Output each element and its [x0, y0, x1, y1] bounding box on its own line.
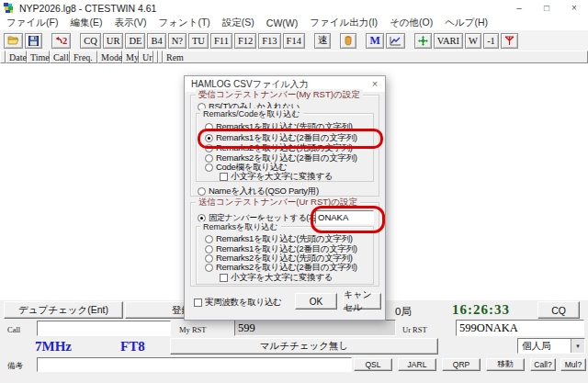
rotator-button[interactable] — [414, 33, 432, 49]
toolbar: 2 CQ UR DE B4 N? TU F11 F12 F13 F14 速 M … — [0, 30, 588, 51]
menu-view[interactable]: 表示(V) — [114, 17, 146, 29]
col-freq[interactable]: Freq. — [70, 51, 97, 63]
call-check-button[interactable]: Call? — [530, 358, 556, 371]
checkbox-rx-uppercase[interactable]: 小文字を大文字に変換する — [220, 171, 333, 183]
macro-f11-button[interactable]: F11 — [210, 33, 232, 49]
macro-ur-button[interactable]: UR — [103, 33, 124, 49]
remarks-input[interactable] — [37, 357, 352, 372]
ur-rst-label: Ur RST — [402, 325, 427, 334]
ok-button[interactable]: OK — [295, 293, 337, 310]
fixed-number-input[interactable] — [315, 210, 374, 224]
macro-f12-button[interactable]: F12 — [234, 33, 256, 49]
radio-icon — [198, 187, 206, 196]
col-my[interactable]: My — [122, 51, 139, 63]
radio-icon — [205, 264, 213, 272]
dialog-close-icon[interactable]: × — [368, 77, 381, 90]
ur-rst-input[interactable] — [456, 320, 584, 336]
rx-remarks-legend: Remarks/Codeを取り込む — [200, 108, 303, 120]
call-input[interactable] — [37, 321, 171, 336]
cq-button[interactable]: CQ — [537, 301, 580, 319]
portable-button[interactable]: 移動 — [486, 358, 525, 371]
checkbox-icon — [194, 299, 202, 307]
col-call[interactable]: Call — [50, 51, 70, 63]
vari-button[interactable]: VARI — [434, 33, 463, 49]
hand-icon — [344, 36, 353, 46]
my-rst-input[interactable] — [234, 320, 396, 336]
chevron-down-icon[interactable]: ▼ — [571, 339, 584, 353]
open-file-button[interactable] — [4, 33, 23, 49]
checkbox-actual-frequency[interactable]: 実周波数を取り込む — [194, 297, 281, 309]
band-label[interactable]: 7MHz — [35, 339, 72, 355]
macro-f14-button[interactable]: F14 — [283, 33, 305, 49]
line-chart-icon — [390, 36, 401, 46]
macro-de-button[interactable]: DE — [125, 33, 145, 49]
menu-others[interactable]: その他(O) — [390, 17, 433, 29]
col-mode[interactable]: Mode — [97, 51, 122, 63]
save-button[interactable] — [25, 33, 42, 49]
rx-group-legend: 受信コンテストナンバー(My RST)の設定 — [196, 89, 363, 101]
menu-help[interactable]: ヘルプ(H) — [445, 17, 488, 29]
close-icon[interactable]: × — [560, 0, 588, 16]
hamlog-csv-dialog: HAMLOG CSVファイル入力 × 受信コンテストナンバー(My RST)の設… — [184, 75, 386, 321]
tx-group-legend: 送信コンテストナンバー(Ur RST)の設定 — [196, 197, 360, 208]
checkbox-icon — [220, 173, 228, 181]
cancel-button[interactable]: キャンセル — [343, 293, 381, 310]
dupe-check-button[interactable]: デュプチェック(Ent) — [4, 301, 123, 319]
undo-qso-button[interactable]: 2 — [51, 33, 71, 49]
radio-icon — [205, 163, 213, 172]
col-time[interactable]: Time — [27, 51, 50, 63]
rate-graph-button[interactable] — [386, 33, 405, 49]
clock: 16:26:33 — [452, 302, 510, 318]
maximize-icon[interactable]: □ — [533, 0, 560, 16]
window-title: NYP2026.lg8 - CTESTWIN 4.61 — [19, 3, 156, 14]
qsl-button[interactable]: QSL — [354, 358, 392, 371]
memory-button[interactable]: M — [366, 33, 383, 49]
menu-font[interactable]: フォント(T) — [158, 17, 209, 29]
macro-f13-button[interactable]: F13 — [258, 33, 280, 49]
macro-b4-button[interactable]: B4 — [147, 33, 165, 49]
minimize-icon[interactable]: – — [505, 0, 533, 16]
qrp-button[interactable]: QRP — [442, 358, 481, 371]
station-count: 0局 — [395, 305, 412, 319]
macro-cq-button[interactable]: CQ — [80, 33, 101, 49]
jarl-button[interactable]: JARL — [398, 358, 436, 371]
my-rst-label: My RST — [179, 325, 207, 334]
col-rem[interactable]: Rem — [163, 51, 588, 63]
call-label: Call — [7, 325, 20, 334]
radio-icon — [205, 144, 213, 152]
crosshair-move-icon — [418, 36, 428, 46]
col-ur[interactable]: Ur — [139, 51, 153, 63]
save-icon — [28, 36, 39, 46]
checkbox-label: 小文字を大文字に変換する — [231, 171, 333, 183]
menu-edit[interactable]: 編集(E) — [70, 17, 102, 29]
station-type-value: 個人局 — [518, 340, 571, 353]
multi-check-button[interactable]: マルチチェック無し — [170, 338, 438, 355]
folder-open-icon — [7, 36, 19, 45]
macro-tu-button[interactable]: TU — [188, 33, 209, 49]
station-type-combobox[interactable]: 個人局 ▼ — [517, 338, 585, 354]
antenna-icon — [504, 36, 514, 46]
mul-check-button[interactable]: Mul? — [560, 358, 586, 371]
ctestwin-window: NYP2026.lg8 - CTESTWIN 4.61 – □ × ファイル(F… — [0, 0, 588, 383]
checkbox-icon — [220, 274, 228, 282]
tx-remarks-legend: Remarksを取り込む — [200, 221, 281, 233]
radio-icon — [205, 235, 213, 243]
speed-button[interactable]: 速 — [314, 33, 332, 49]
hand-key-button[interactable] — [340, 33, 356, 49]
mode-label[interactable]: FT8 — [120, 339, 145, 355]
checkbox-label: 実周波数を取り込む — [205, 297, 281, 309]
checkbox-tx-uppercase[interactable]: 小文字を大文字に変換する — [220, 272, 333, 284]
macro-n-button[interactable]: N? — [168, 33, 187, 49]
col-date[interactable]: Date — [6, 51, 27, 63]
antenna-button[interactable] — [501, 33, 518, 49]
watt-button[interactable]: W — [465, 33, 481, 49]
radio-icon — [205, 123, 213, 131]
menu-bar: ファイル(F) 編集(E) 表示(V) フォント(T) 設定(S) CW(W) … — [0, 16, 588, 31]
menu-file[interactable]: ファイル(F) — [6, 17, 58, 29]
menu-file-output[interactable]: ファイル出力(I) — [310, 17, 378, 29]
app-icon — [4, 3, 15, 14]
title-bar: NYP2026.lg8 - CTESTWIN 4.61 – □ × — [0, 0, 588, 16]
menu-settings[interactable]: 設定(S) — [222, 17, 254, 29]
minus1-button[interactable]: -1 — [483, 33, 499, 49]
menu-cw[interactable]: CW(W) — [266, 17, 298, 28]
